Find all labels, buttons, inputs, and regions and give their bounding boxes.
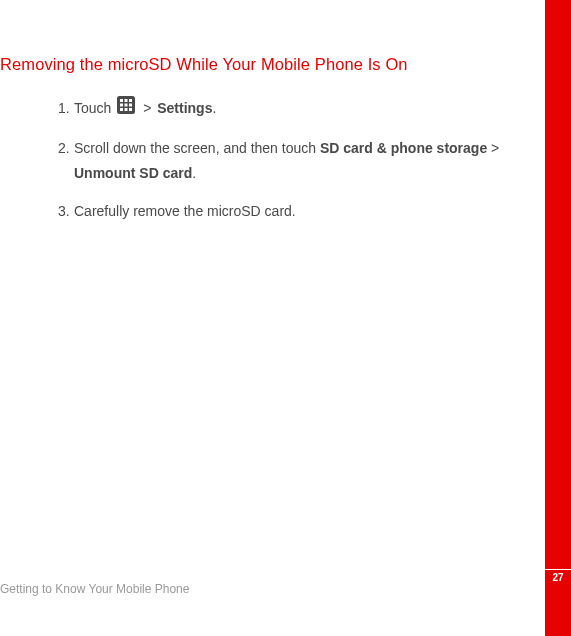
step-1-number: 1. (58, 96, 70, 121)
step-3-number: 3. (58, 199, 70, 224)
step-2-number: 2. (58, 136, 70, 161)
step-2-bold2: Unmount SD card (74, 165, 192, 181)
section-heading: Removing the microSD While Your Mobile P… (0, 55, 545, 74)
step-2-bold1: SD card & phone storage (320, 140, 487, 156)
page-content: Removing the microSD While Your Mobile P… (0, 0, 545, 238)
svg-rect-3 (129, 99, 132, 102)
step-1-suffix: . (212, 100, 216, 116)
page-number-box: 27 (545, 569, 571, 584)
svg-rect-7 (120, 108, 123, 111)
page-number: 27 (552, 572, 563, 583)
svg-rect-9 (129, 108, 132, 111)
step-1-arrow: > (139, 100, 155, 116)
step-3: 3. Carefully remove the microSD card. (58, 199, 535, 224)
step-1-prefix: Touch (74, 100, 115, 116)
footer-text: Getting to Know Your Mobile Phone (0, 582, 189, 596)
step-2-prefix: Scroll down the screen, and then touch (74, 140, 320, 156)
step-1: 1. Touch > Settings. (58, 96, 535, 122)
step-3-text: Carefully remove the microSD card. (74, 203, 296, 219)
step-2-suffix: . (192, 165, 196, 181)
step-1-settings: Settings (157, 100, 212, 116)
red-side-stripe (545, 0, 571, 636)
svg-rect-4 (120, 103, 123, 106)
svg-rect-5 (125, 103, 128, 106)
step-2-arrow: > (487, 140, 499, 156)
step-2: 2. Scroll down the screen, and then touc… (58, 136, 535, 185)
step-list: 1. Touch > Settings. 2. Scroll down the … (0, 96, 545, 224)
apps-grid-icon (117, 96, 135, 122)
svg-rect-8 (125, 108, 128, 111)
svg-rect-1 (120, 99, 123, 102)
svg-rect-2 (125, 99, 128, 102)
svg-rect-6 (129, 103, 132, 106)
